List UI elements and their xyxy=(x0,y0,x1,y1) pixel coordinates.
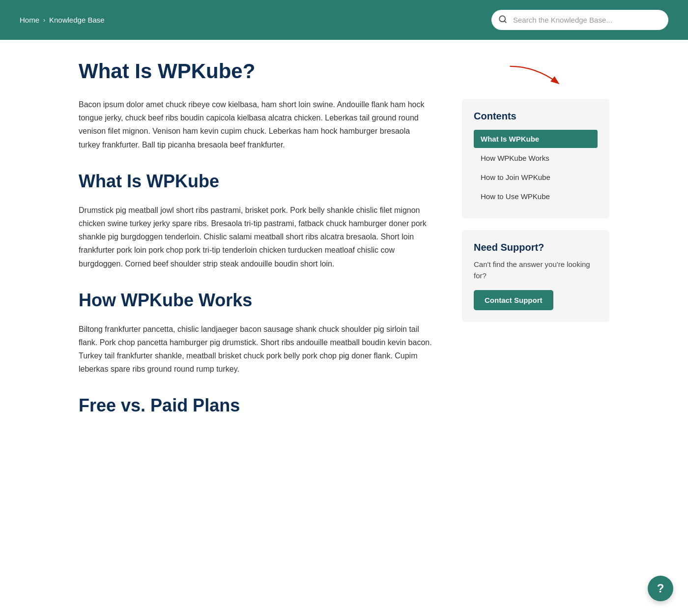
section-title-what-is-wpkube: What Is WPKube xyxy=(79,171,432,192)
toc-item: How WPKube Works xyxy=(474,149,598,167)
toc-list: What Is WPKube How WPKube Works How to J… xyxy=(474,130,598,205)
section-body-how-wpkube-works: Biltong frankfurter pancetta, chislic la… xyxy=(79,323,432,376)
toc-link-how-to-join[interactable]: How to Join WPKube xyxy=(474,168,598,186)
support-text: Can't find the answer you're looking for… xyxy=(474,259,598,281)
toc-link-what-is-wpkube[interactable]: What Is WPKube xyxy=(474,130,598,148)
search-input[interactable] xyxy=(491,10,668,30)
search-icon xyxy=(498,15,507,26)
toc-item: What Is WPKube xyxy=(474,130,598,148)
toc-link-how-wpkube-works[interactable]: How WPKube Works xyxy=(474,149,598,167)
article-main-title: What Is WPKube? xyxy=(79,59,432,83)
search-container xyxy=(491,10,668,30)
main-layout: What Is WPKube? Bacon ipsum dolor amet c… xyxy=(64,40,624,447)
support-title: Need Support? xyxy=(474,242,598,253)
svg-line-1 xyxy=(504,21,506,22)
contents-title: Contents xyxy=(474,111,598,122)
toc-link-how-to-use[interactable]: How to Use WPKube xyxy=(474,187,598,205)
section-body-what-is-wpkube: Drumstick pig meatball jowl short ribs p… xyxy=(79,204,432,270)
section-title-how-wpkube-works: How WPKube Works xyxy=(79,290,432,311)
article-intro: Bacon ipsum dolor amet chuck ribeye cow … xyxy=(79,98,432,151)
breadcrumb-current: Knowledge Base xyxy=(49,16,105,24)
support-card: Need Support? Can't find the answer you'… xyxy=(462,230,609,322)
toc-item: How to Join WPKube xyxy=(474,168,598,186)
sidebar: Contents What Is WPKube How WPKube Works… xyxy=(462,59,609,428)
section-title-free-vs-paid: Free vs. Paid Plans xyxy=(79,395,432,416)
article-content: What Is WPKube? Bacon ipsum dolor amet c… xyxy=(79,59,432,428)
contact-support-button[interactable]: Contact Support xyxy=(474,290,553,310)
toc-item: How to Use WPKube xyxy=(474,187,598,205)
arrow-annotation xyxy=(462,59,609,94)
breadcrumb: Home › Knowledge Base xyxy=(20,16,105,24)
site-header: Home › Knowledge Base xyxy=(0,0,688,40)
breadcrumb-home[interactable]: Home xyxy=(20,16,39,24)
breadcrumb-separator: › xyxy=(43,17,45,24)
contents-card: Contents What Is WPKube How WPKube Works… xyxy=(462,99,609,218)
